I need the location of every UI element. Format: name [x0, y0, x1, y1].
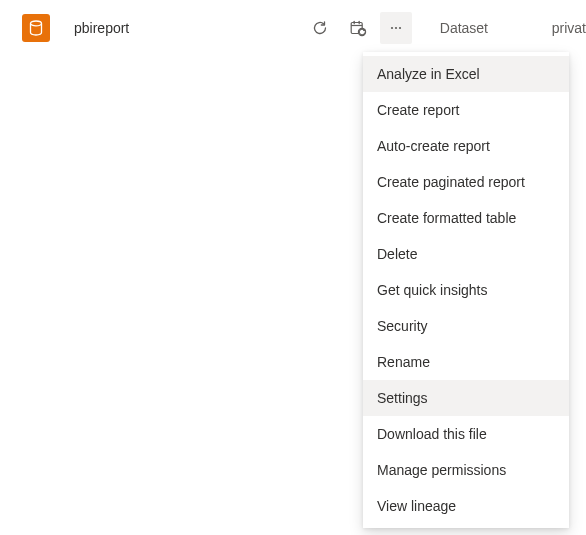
item-owner-label: privat: [532, 20, 586, 36]
svg-point-6: [395, 27, 397, 29]
schedule-refresh-button[interactable]: [342, 12, 374, 44]
menu-analyze-in-excel[interactable]: Analyze in Excel: [363, 56, 569, 92]
item-type-label: Dataset: [412, 20, 532, 36]
svg-point-5: [391, 27, 393, 29]
menu-manage-permissions[interactable]: Manage permissions: [363, 452, 569, 488]
menu-create-report[interactable]: Create report: [363, 92, 569, 128]
refresh-icon: [312, 20, 328, 36]
more-options-button[interactable]: [380, 12, 412, 44]
menu-settings[interactable]: Settings: [363, 380, 569, 416]
refresh-button[interactable]: [304, 12, 336, 44]
row-actions: [304, 12, 412, 44]
schedule-refresh-icon: [349, 19, 367, 37]
menu-get-quick-insights[interactable]: Get quick insights: [363, 272, 569, 308]
menu-security[interactable]: Security: [363, 308, 569, 344]
dataset-row: pbireport: [0, 0, 586, 56]
menu-view-lineage[interactable]: View lineage: [363, 488, 569, 524]
svg-point-7: [399, 27, 401, 29]
item-name-link[interactable]: pbireport: [74, 20, 296, 36]
menu-create-formatted-table[interactable]: Create formatted table: [363, 200, 569, 236]
dataset-icon: [22, 14, 50, 42]
menu-delete[interactable]: Delete: [363, 236, 569, 272]
menu-download-this-file[interactable]: Download this file: [363, 416, 569, 452]
menu-create-paginated-report[interactable]: Create paginated report: [363, 164, 569, 200]
more-options-menu: Analyze in Excel Create report Auto-crea…: [363, 52, 569, 528]
menu-auto-create-report[interactable]: Auto-create report: [363, 128, 569, 164]
more-icon: [388, 20, 404, 36]
menu-rename[interactable]: Rename: [363, 344, 569, 380]
